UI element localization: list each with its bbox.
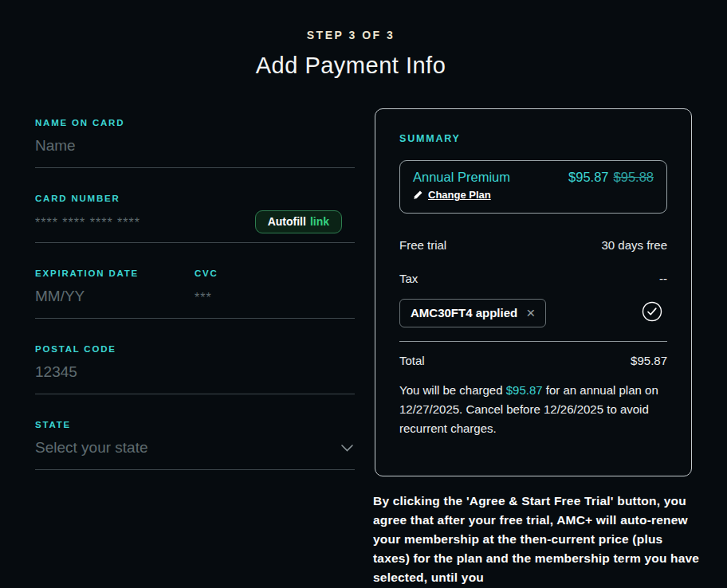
cvc-input[interactable] — [195, 284, 355, 317]
order-summary-card: SUMMARY Annual Premium $95.87$95.88 Chan… — [375, 108, 692, 476]
card-number-label: CARD NUMBER — [35, 194, 355, 203]
name-on-card-input[interactable] — [35, 134, 355, 167]
total-row: Total $95.87 — [399, 354, 667, 367]
state-label: STATE — [35, 420, 355, 429]
charge-note-before: You will be charged — [399, 383, 506, 397]
field-card-number: CARD NUMBER Autofill link — [35, 194, 355, 243]
payment-form: NAME ON CARD CARD NUMBER Autofill link E… — [35, 118, 355, 470]
field-postal-code: POSTAL CODE — [35, 344, 355, 394]
link-brand-label: link — [310, 215, 329, 228]
plan-name: Annual Premium — [413, 170, 510, 185]
check-circle-icon — [642, 301, 662, 322]
plan-price: $95.87 — [568, 170, 608, 184]
coupon-valid-indicator — [642, 301, 662, 325]
coupon-row: AMC30FT4 applied × — [399, 299, 667, 327]
summary-heading: SUMMARY — [399, 133, 667, 144]
name-on-card-label: NAME ON CARD — [35, 118, 355, 127]
autofill-link-button[interactable]: Autofill link — [255, 210, 342, 233]
card-number-input[interactable] — [35, 210, 255, 242]
cvc-label: CVC — [195, 269, 355, 278]
state-select-placeholder: Select your state — [35, 436, 341, 469]
remove-coupon-icon[interactable]: × — [526, 308, 535, 319]
pencil-icon[interactable] — [413, 190, 423, 200]
field-state: STATE Select your state — [35, 420, 355, 470]
chevron-down-icon[interactable] — [341, 445, 353, 452]
payment-step-screen: STEP 3 OF 3 Add Payment Info NAME ON CAR… — [0, 0, 727, 588]
postal-code-label: POSTAL CODE — [35, 344, 355, 354]
expiration-date-input[interactable] — [35, 284, 195, 318]
total-label: Total — [399, 354, 425, 367]
total-value: $95.87 — [631, 354, 667, 367]
field-expiration-cvc: EXPIRATION DATE CVC — [35, 269, 355, 319]
plan-prices: $95.87$95.88 — [568, 170, 654, 185]
summary-divider — [399, 341, 667, 342]
step-indicator: STEP 3 OF 3 — [0, 29, 701, 41]
charge-note-amount: $95.87 — [506, 383, 543, 397]
expiration-date-label: EXPIRATION DATE — [35, 269, 195, 278]
tax-row: Tax -- — [399, 272, 667, 285]
coupon-chip: AMC30FT4 applied × — [399, 299, 546, 327]
postal-code-input[interactable] — [35, 360, 355, 394]
free-trial-row: Free trial 30 days free — [399, 238, 667, 252]
tax-value: -- — [659, 272, 667, 285]
field-name-on-card: NAME ON CARD — [35, 118, 355, 168]
selected-plan-box: Annual Premium $95.87$95.88 Change Plan — [399, 160, 667, 214]
tax-label: Tax — [399, 272, 418, 285]
coupon-applied-label: AMC30FT4 applied — [411, 306, 517, 319]
charge-note: You will be charged $95.87 for an annual… — [399, 381, 667, 438]
free-trial-label: Free trial — [399, 238, 446, 252]
page-title: Add Payment Info — [0, 53, 701, 79]
change-plan-label: Change Plan — [428, 189, 491, 201]
page-header: STEP 3 OF 3 Add Payment Info — [0, 29, 701, 79]
autofill-button-label: Autofill — [268, 215, 306, 228]
free-trial-value: 30 days free — [601, 238, 667, 252]
plan-original-price: $95.88 — [614, 170, 654, 184]
legal-terms-text: By clicking the 'Agree & Start Free Tria… — [373, 492, 702, 587]
change-plan-link[interactable]: Change Plan — [413, 189, 491, 201]
state-select[interactable]: Select your state — [35, 436, 355, 469]
